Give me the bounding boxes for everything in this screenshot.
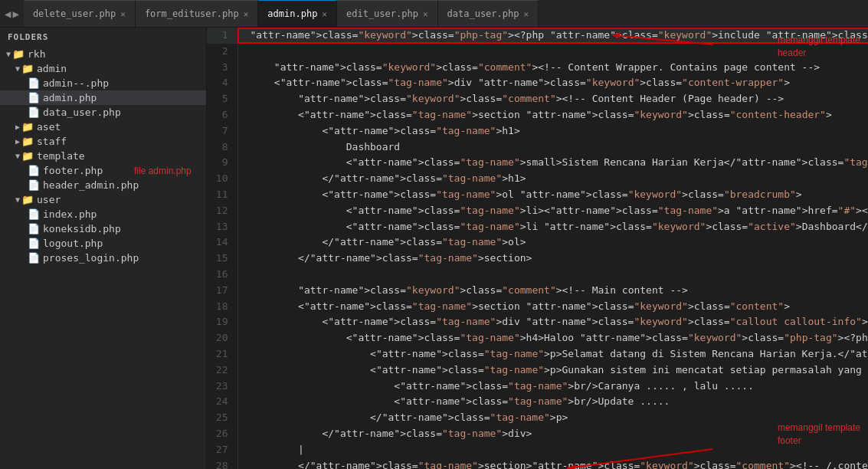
line-number-4: 4 [207, 75, 237, 91]
line-code-7[interactable]: <"attr-name">class="tag-name">h1> [237, 123, 868, 139]
editor[interactable]: 1"attr-name">class="keyword">class="php-… [207, 28, 868, 469]
tab-close-icon[interactable]: ✕ [120, 9, 126, 19]
code-line-10: 10 </"attr-name">class="tag-name">h1> [207, 171, 868, 187]
nav-left-icon[interactable]: ◀ [5, 8, 11, 20]
file-header_admin-php[interactable]: 📄header_admin.php [0, 178, 206, 192]
file-label: admin--.php [43, 77, 109, 89]
line-code-12[interactable]: <"attr-name">class="tag-name">li><"attr-… [237, 203, 868, 219]
line-number-26: 26 [207, 426, 237, 442]
line-code-17[interactable]: "attr-name">class="keyword">class="comme… [237, 283, 868, 299]
folder-icon: 📁 [21, 121, 34, 133]
line-code-16[interactable] [237, 267, 868, 283]
line-number-13: 13 [207, 219, 237, 235]
tab-close-icon[interactable]: ✕ [322, 9, 327, 19]
code-table: 1"attr-name">class="keyword">class="php-… [207, 28, 868, 469]
file-label: admin.php [43, 92, 97, 103]
code-line-13: 13 <"attr-name">class="tag-name">li "att… [207, 219, 868, 235]
line-code-4[interactable]: <"attr-name">class="tag-name">div "attr-… [237, 75, 868, 91]
folder-icon: 📁 [12, 48, 25, 60]
file-icon: 📄 [28, 92, 40, 103]
line-number-23: 23 [207, 379, 237, 395]
line-number-2: 2 [207, 44, 237, 60]
line-code-13[interactable]: <"attr-name">class="tag-name">li "attr-n… [237, 219, 868, 235]
folder-icon: 📁 [21, 136, 34, 147]
line-code-22[interactable]: <"attr-name">class="tag-name">p>Gunakan … [237, 362, 868, 379]
line-number-15: 15 [207, 251, 237, 267]
line-code-18[interactable]: <"attr-name">class="tag-name">section "a… [237, 299, 868, 315]
file-data_user-php[interactable]: 📄data_user.php [0, 105, 206, 120]
code-line-4: 4 <"attr-name">class="tag-name">div "att… [207, 75, 868, 91]
line-code-15[interactable]: </"attr-name">class="tag-name">section> [237, 251, 868, 267]
line-number-3: 3 [207, 60, 237, 76]
line-code-28[interactable]: </"attr-name">class="tag-name">section>"… [237, 458, 868, 469]
file-logout-php[interactable]: 📄logout.php [0, 236, 206, 251]
line-code-24[interactable]: <"attr-name">class="tag-name">br/>Update… [237, 394, 868, 410]
line-code-26[interactable]: </"attr-name">class="tag-name">div> [237, 426, 868, 442]
file-admin--php[interactable]: 📄admin--.php [0, 76, 206, 90]
line-number-22: 22 [207, 362, 237, 379]
folder-template[interactable]: ▼📁template [0, 149, 206, 163]
file-icon: 📄 [28, 208, 40, 220]
folder-user[interactable]: ▼📁user [0, 192, 206, 207]
code-line-12: 12 <"attr-name">class="tag-name">li><"at… [207, 203, 868, 219]
code-line-19: 19 <"attr-name">class="tag-name">div "at… [207, 314, 868, 330]
tab-edit_user-php[interactable]: edit_user.php✕ [337, 0, 438, 27]
line-code-14[interactable]: </"attr-name">class="tag-name">ol> [237, 235, 868, 251]
line-number-20: 20 [207, 330, 237, 346]
file-index-php[interactable]: 📄index.php [0, 207, 206, 221]
sidebar: FOLDERS ▼📁rkh▼📁admin📄admin--.php📄admin.p… [0, 28, 207, 469]
line-code-3[interactable]: "attr-name">class="keyword">class="comme… [237, 60, 868, 76]
tab-form_edituser-php[interactable]: form_edituser.php✕ [136, 0, 258, 27]
folder-label: user [37, 194, 61, 205]
folder-admin[interactable]: ▼📁admin [0, 61, 206, 76]
tab-delete_user-php[interactable]: delete_user.php✕ [24, 0, 136, 27]
file-icon: 📄 [28, 238, 40, 249]
line-code-21[interactable]: <"attr-name">class="tag-name">p>Selamat … [237, 346, 868, 362]
tab-close-icon[interactable]: ✕ [523, 9, 529, 19]
main-layout: FOLDERS ▼📁rkh▼📁admin📄admin--.php📄admin.p… [0, 28, 868, 469]
file-koneksidb-php[interactable]: 📄koneksidb.php [0, 221, 206, 236]
code-line-20: 20 <"attr-name">class="tag-name">h4>Halo… [207, 330, 868, 346]
line-code-2[interactable] [237, 44, 868, 60]
nav-right-icon[interactable]: ▶ [12, 8, 18, 20]
folder-aset[interactable]: ▶📁aset [0, 120, 206, 134]
line-code-9[interactable]: <"attr-name">class="tag-name">small>Sist… [237, 155, 868, 171]
code-line-2: 2 [207, 44, 868, 60]
line-code-10[interactable]: </"attr-name">class="tag-name">h1> [237, 171, 868, 187]
line-code-8[interactable]: Dashboard [237, 139, 868, 156]
line-code-6[interactable]: <"attr-name">class="tag-name">section "a… [237, 107, 868, 123]
tab-data_user-php[interactable]: data_user.php✕ [438, 0, 539, 27]
tab-close-icon[interactable]: ✕ [244, 9, 249, 19]
folder-rkh[interactable]: ▼📁rkh [0, 47, 206, 61]
line-code-25[interactable]: </"attr-name">class="tag-name">p> [237, 410, 868, 426]
file-admin-php[interactable]: 📄admin.php [0, 90, 206, 105]
folder-label: aset [37, 121, 61, 133]
sidebar-header: FOLDERS [0, 28, 206, 47]
nav-arrows[interactable]: ◀ ▶ [0, 0, 24, 27]
file-proses_login-php[interactable]: 📄proses_login.php [0, 251, 206, 265]
folder-staff[interactable]: ▶📁staff [0, 134, 206, 149]
code-line-6: 6 <"attr-name">class="tag-name">section … [207, 107, 868, 123]
line-code-23[interactable]: <"attr-name">class="tag-name">br/>Carany… [237, 379, 868, 395]
line-code-27[interactable]: | [237, 442, 868, 458]
line-number-24: 24 [207, 394, 237, 410]
code-line-14: 14 </"attr-name">class="tag-name">ol> [207, 235, 868, 251]
folder-arrow: ▼ [15, 195, 20, 204]
line-code-1[interactable]: "attr-name">class="keyword">class="php-t… [237, 28, 868, 44]
code-line-22: 22 <"attr-name">class="tag-name">p>Gunak… [207, 362, 868, 379]
line-number-1: 1 [207, 28, 237, 44]
file-footer-php[interactable]: 📄footer.php [0, 163, 206, 178]
line-code-5[interactable]: "attr-name">class="keyword">class="comme… [237, 91, 868, 107]
code-line-5: 5 "attr-name">class="keyword">class="com… [207, 91, 868, 107]
tab-admin-php[interactable]: admin.php✕ [258, 0, 337, 27]
line-code-19[interactable]: <"attr-name">class="tag-name">div "attr-… [237, 314, 868, 330]
line-number-14: 14 [207, 235, 237, 251]
code-line-11: 11 <"attr-name">class="tag-name">ol "att… [207, 187, 868, 203]
file-icon: 📄 [28, 252, 40, 264]
tab-close-icon[interactable]: ✕ [423, 9, 428, 19]
line-code-11[interactable]: <"attr-name">class="tag-name">ol "attr-n… [237, 187, 868, 203]
folder-arrow: ▼ [6, 50, 11, 58]
line-code-20[interactable]: <"attr-name">class="tag-name">h4>Haloo "… [237, 330, 868, 346]
file-label: koneksidb.php [43, 223, 121, 235]
code-line-16: 16 [207, 267, 868, 283]
